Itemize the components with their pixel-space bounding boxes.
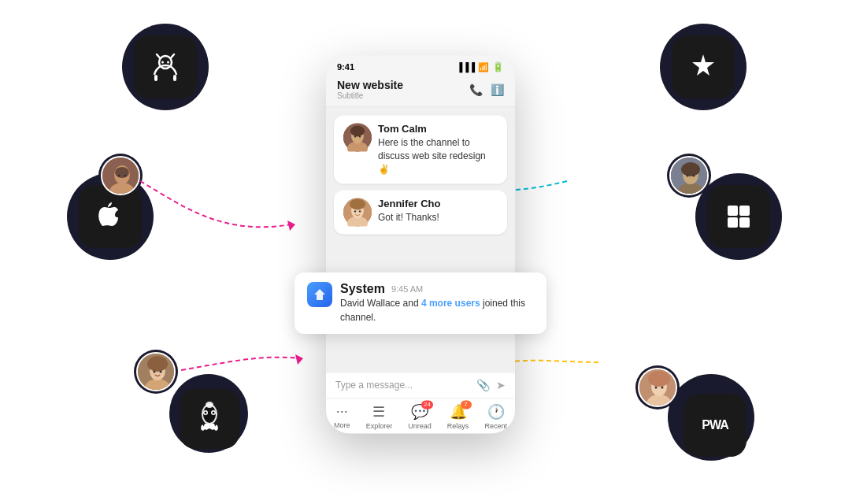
message-input[interactable]: Type a message... — [335, 380, 470, 391]
svg-point-16 — [213, 412, 215, 414]
message-input-bar[interactable]: Type a message... 📎 ➤ — [326, 372, 515, 398]
more-icon[interactable]: ··· — [336, 403, 348, 420]
windows-icon — [707, 185, 770, 248]
svg-point-57 — [359, 211, 361, 213]
message-tom: Tom Calm Here is the channel to discuss … — [334, 115, 507, 183]
svg-point-33 — [147, 356, 168, 372]
svg-point-22 — [118, 175, 120, 177]
svg-rect-10 — [739, 217, 750, 228]
pwa-icon: PWA — [684, 394, 747, 457]
svg-point-21 — [115, 167, 129, 178]
system-message-content: System 9:45 AM David Wallace and 4 more … — [340, 282, 534, 324]
svg-point-3 — [161, 61, 164, 64]
nav-relays-label: Relays — [447, 422, 469, 430]
svg-point-50 — [354, 135, 356, 137]
svg-point-15 — [205, 412, 207, 414]
nav-unread[interactable]: 💬 24 Unread — [408, 403, 432, 430]
svg-point-28 — [687, 175, 689, 177]
relays-icon[interactable]: 🔔 7 — [450, 403, 467, 421]
svg-point-17 — [206, 402, 213, 408]
channel-title: New website — [337, 79, 403, 91]
svg-point-49 — [350, 125, 365, 136]
avatar-tom — [343, 123, 372, 151]
svg-point-51 — [359, 135, 361, 137]
svg-point-4 — [167, 61, 169, 64]
sender-name-tom: Tom Calm — [378, 123, 498, 135]
battery-icon: 🔋 — [492, 61, 504, 72]
svg-rect-5 — [154, 75, 157, 81]
system-link[interactable]: 4 more users — [421, 298, 480, 309]
system-icon — [307, 282, 332, 307]
svg-point-39 — [648, 371, 670, 387]
status-time: 9:41 — [337, 62, 354, 72]
nav-recent-label: Recent — [484, 422, 507, 430]
svg-point-23 — [124, 175, 127, 177]
nav-relays[interactable]: 🔔 7 Relays — [447, 403, 469, 430]
nav-more-label: More — [334, 421, 350, 429]
nav-recent[interactable]: 🕐 Recent — [484, 403, 507, 430]
svg-point-0 — [159, 56, 172, 69]
svg-rect-7 — [728, 206, 738, 216]
channel-subtitle: Subtitle — [337, 91, 403, 100]
status-bar: 9:41 ▐▐▐ 📶 🔋 — [326, 55, 515, 76]
message-text-tom: Here is the channel to discuss web site … — [378, 136, 498, 176]
svg-rect-8 — [739, 206, 750, 216]
nav-explorer-label: Explorer — [366, 422, 393, 430]
bottom-navigation: ··· More ☰ Explorer 💬 24 Unread 🔔 7 Rela… — [326, 398, 515, 433]
avatar-person-2 — [669, 156, 709, 195]
svg-line-1 — [157, 54, 160, 57]
svg-point-29 — [693, 175, 695, 177]
svg-point-55 — [350, 199, 365, 210]
recent-icon[interactable]: 🕐 — [487, 403, 505, 421]
appstore-icon — [672, 35, 735, 98]
unread-icon[interactable]: 💬 24 — [411, 403, 428, 421]
system-sender: System — [340, 282, 385, 296]
linux-icon — [180, 389, 239, 449]
unread-badge: 24 — [421, 400, 433, 409]
input-action-icons[interactable]: 📎 ➤ — [476, 379, 506, 391]
header-actions[interactable]: 📞 ℹ️ — [469, 83, 504, 96]
apple-icon — [79, 185, 142, 248]
sender-name-jennifer: Jennifer Cho — [378, 198, 440, 210]
svg-point-35 — [160, 371, 162, 373]
send-icon[interactable]: ➤ — [496, 379, 506, 391]
system-text: David Wallace and 4 more users joined th… — [340, 296, 534, 324]
avatar-person-4 — [638, 368, 677, 407]
info-icon[interactable]: ℹ️ — [491, 83, 504, 96]
avatar-person-1 — [101, 156, 140, 195]
nav-unread-label: Unread — [408, 422, 432, 430]
svg-point-56 — [354, 211, 356, 213]
explorer-icon[interactable]: ☰ — [372, 403, 385, 421]
svg-rect-9 — [728, 217, 738, 228]
svg-rect-6 — [173, 75, 176, 81]
system-time: 9:45 AM — [391, 284, 423, 294]
avatar-jennifer — [343, 198, 372, 227]
message-text-jennifer: Got it! Thanks! — [378, 212, 440, 225]
nav-more[interactable]: ··· More — [334, 403, 350, 430]
nav-explorer[interactable]: ☰ Explorer — [366, 403, 393, 430]
relays-badge: 7 — [461, 400, 472, 409]
avatar-person-3 — [136, 352, 176, 391]
chat-header: New website Subtitle 📞 ℹ️ — [326, 76, 515, 107]
signal-icon: ▐▐▐ — [457, 62, 475, 72]
status-icons: ▐▐▐ 📶 🔋 — [457, 61, 504, 72]
svg-marker-42 — [287, 220, 295, 231]
message-jennifer: Jennifer Cho Got it! Thanks! — [334, 191, 507, 235]
pwa-label: PWA — [702, 418, 728, 432]
svg-point-34 — [154, 371, 156, 373]
svg-point-40 — [655, 387, 658, 389]
svg-point-41 — [661, 387, 664, 389]
wifi-icon: 📶 — [478, 62, 489, 72]
attach-icon[interactable]: 📎 — [476, 379, 490, 391]
svg-point-27 — [681, 162, 700, 176]
call-icon[interactable]: 📞 — [469, 83, 483, 96]
system-text-before: David Wallace and — [340, 298, 421, 309]
svg-line-2 — [172, 54, 175, 57]
android-icon — [134, 35, 197, 98]
system-message-card: System 9:45 AM David Wallace and 4 more … — [295, 272, 546, 334]
phone-mockup: 9:41 ▐▐▐ 📶 🔋 New website Subtitle 📞 ℹ️ — [326, 55, 515, 433]
svg-marker-44 — [295, 354, 303, 365]
